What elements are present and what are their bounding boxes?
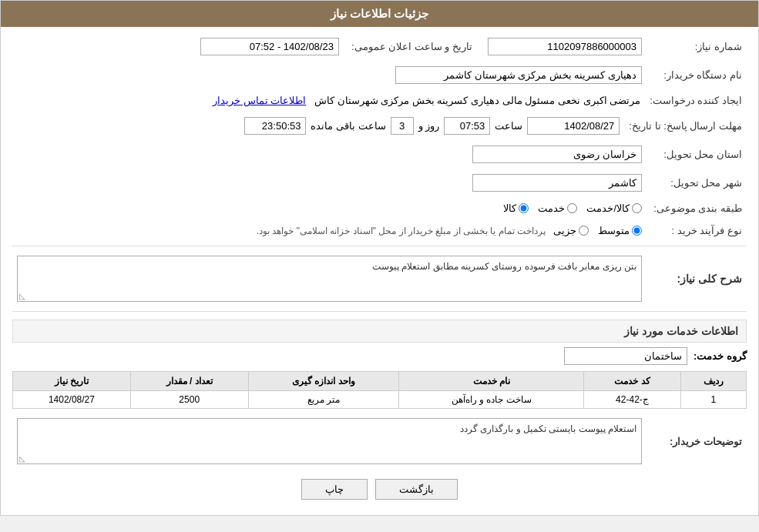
- category-option-kala-khadamat[interactable]: کالا/خدمت: [586, 202, 642, 214]
- buyer-org-value: دهیاری کسرینه بخش مرکزی شهرستان کاشمر: [395, 66, 642, 84]
- service-group-value: ساختمان: [564, 347, 687, 365]
- services-section-header: اطلاعات خدمات مورد نیاز: [12, 320, 747, 343]
- category-option-kala[interactable]: کالا: [503, 202, 529, 214]
- col-header-unit: واحد اندازه گیری: [248, 372, 399, 391]
- city-label: شهر محل تحویل:: [646, 171, 747, 195]
- city-value: کاشمر: [472, 174, 642, 192]
- category-option-khadamat[interactable]: خدمت: [538, 202, 577, 214]
- cell-code: ج-42-42: [584, 391, 681, 409]
- province-value: خراسان رضوی: [472, 146, 642, 163]
- deadline-remaining-label: ساعت باقی مانده: [311, 120, 385, 132]
- col-header-date: تاریخ نیاز: [13, 372, 131, 391]
- deadline-days-label: روز و: [418, 120, 440, 132]
- creator-label: ایجاد کننده درخواست:: [645, 92, 747, 109]
- page-title: جزئیات اطلاعات نیاز: [331, 7, 428, 20]
- col-header-row: ردیف: [680, 372, 746, 391]
- purchase-notice: پرداخت تمام یا بخشی از مبلغ خریدار از مح…: [257, 226, 546, 236]
- cell-row: 1: [680, 391, 746, 409]
- cell-date: 1402/08/27: [13, 391, 131, 409]
- back-button[interactable]: بازگشت: [375, 479, 458, 500]
- col-header-quantity: تعداد / مقدار: [130, 372, 248, 391]
- deadline-label: مهلت ارسال پاسخ: تا تاریخ:: [624, 114, 747, 138]
- need-desc-value: بتن ریزی معابر بافت فرسوده روستای کسرینه…: [17, 256, 642, 302]
- creator-value: مرتضی اکبری نخعی مسئول مالی دهیاری کسرین…: [314, 95, 640, 106]
- buyer-org-label: نام دستگاه خریدار:: [646, 63, 747, 87]
- buyer-notes-value: استعلام پیوست بایستی تکمیل و بارگذاری گر…: [17, 418, 642, 464]
- need-number-label: شماره نیاز:: [646, 35, 747, 59]
- service-group-label: گروه خدمت:: [694, 350, 747, 362]
- creator-contact-link[interactable]: اطلاعات تماس خریدار: [213, 95, 306, 106]
- cell-quantity: 2500: [130, 391, 248, 409]
- need-number-value: 1102097886000003: [488, 38, 642, 55]
- footer-buttons: بازگشت چاپ: [12, 479, 747, 500]
- need-desc-label: شرح کلی نیاز:: [646, 253, 747, 305]
- announce-date-value: 1402/08/23 - 07:52: [200, 38, 339, 55]
- deadline-days-value: 3: [391, 117, 414, 135]
- deadline-remaining-value: 23:50:53: [244, 117, 306, 135]
- purchase-option-jozi[interactable]: جزیی: [553, 225, 589, 236]
- category-radio-group: کالا/خدمت خدمت کالا: [17, 202, 642, 214]
- announce-date-label: تاریخ و ساعت اعلان عمومی:: [344, 35, 477, 59]
- province-label: استان محل تحویل:: [646, 142, 747, 166]
- category-label: طبقه بندی موضوعی:: [646, 199, 747, 217]
- page-header: جزئیات اطلاعات نیاز: [1, 1, 758, 27]
- cell-unit: متر مربع: [248, 391, 399, 409]
- deadline-date-value: 1402/08/27: [527, 117, 620, 135]
- deadline-time-label: ساعت: [495, 120, 522, 132]
- services-table: ردیف کد خدمت نام خدمت واحد اندازه گیری ت…: [12, 371, 747, 409]
- deadline-time-value: 07:53: [444, 117, 490, 135]
- col-header-code: کد خدمت: [584, 372, 681, 391]
- print-button[interactable]: چاپ: [301, 479, 368, 500]
- purchase-type-label: نوع فرآیند خرید :: [646, 222, 747, 239]
- purchase-type-radio-group: متوسط جزیی: [553, 225, 642, 236]
- col-header-name: نام خدمت: [399, 372, 584, 391]
- table-row: 1 ج-42-42 ساخت جاده و راه‌آهن متر مربع 2…: [13, 391, 747, 409]
- cell-name: ساخت جاده و راه‌آهن: [399, 391, 584, 409]
- buyer-notes-label: توضیحات خریدار:: [646, 415, 747, 467]
- purchase-option-motavasset[interactable]: متوسط: [598, 225, 642, 236]
